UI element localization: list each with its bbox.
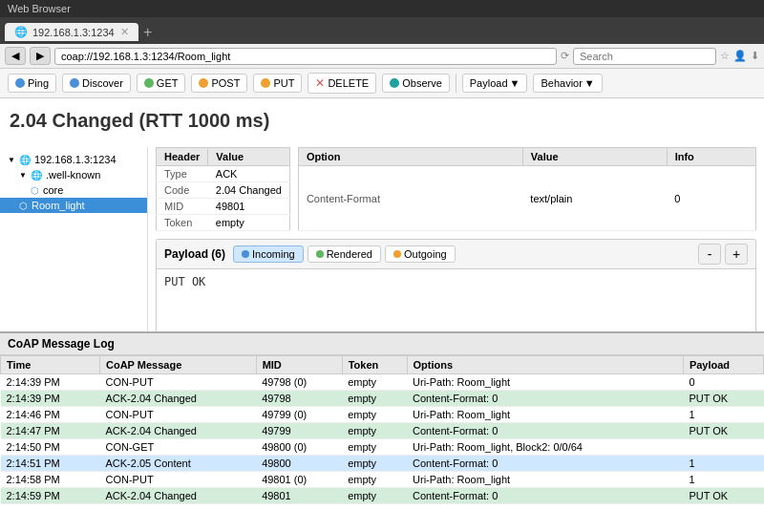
observe-icon <box>390 78 399 88</box>
put-icon <box>261 78 270 88</box>
page-header: 2.04 Changed (RTT 1000 ms) <box>0 98 764 147</box>
back-button[interactable]: ◀ <box>5 47 26 65</box>
sidebar-item-core[interactable]: ⬡ core <box>0 182 147 198</box>
log-col-payload: Payload <box>683 356 763 374</box>
payload-dropdown[interactable]: Payload ▼ <box>462 74 528 93</box>
discover-icon <box>70 78 79 88</box>
sidebar-item-room-light[interactable]: ⬡ Room_light <box>0 198 147 213</box>
tab-label: 192.168.1.3:1234 <box>32 27 115 38</box>
sidebar-item-server[interactable]: ▼ 🌐 192.168.1.3:1234 <box>0 152 147 167</box>
log-col-time: Time <box>1 356 100 374</box>
resource-icon: ⬡ <box>19 201 28 211</box>
options-col-value: Value <box>522 148 667 166</box>
payload-buttons: - + <box>698 244 748 265</box>
table-row: Content-Formattext/plain0 <box>298 166 755 231</box>
server-icon: 🌐 <box>19 155 31 165</box>
log-col-msg: CoAP Message <box>100 356 257 374</box>
get-button[interactable]: GET <box>137 74 186 93</box>
table-row: MID49801 <box>157 199 290 215</box>
page-title: 2.04 Changed (RTT 1000 ms) <box>10 106 754 136</box>
new-tab-button[interactable]: + <box>143 25 152 40</box>
sidebar-item-wellknown[interactable]: ▼ 🌐 .well-known <box>0 167 147 182</box>
ping-icon <box>15 78 25 88</box>
log-row[interactable]: 2:14:59 PMACK-2.04 Changed49801emptyCont… <box>1 488 764 504</box>
payload-section: Payload (6) Incoming Rendered <box>156 239 756 337</box>
options-col-info: Info <box>667 148 755 166</box>
address-bar: ◀ ▶ ⟳ ☆ 👤 ⬇ <box>0 44 764 69</box>
put-button[interactable]: PUT <box>253 74 302 93</box>
profile-icon[interactable]: 👤 <box>733 50 747 62</box>
table-row: Code2.04 Changed <box>157 182 290 199</box>
header-col-header: Header <box>157 148 208 166</box>
log-row[interactable]: 2:14:58 PMCON-PUT49801 (0)emptyUri-Path:… <box>1 472 764 488</box>
log-title: CoAP Message Log <box>0 333 764 355</box>
toolbar: Ping Discover GET POST PUT ✕ DELETE Obse… <box>0 69 764 98</box>
delete-button[interactable]: ✕ DELETE <box>308 73 376 94</box>
log-row[interactable]: 2:14:39 PMACK-2.04 Changed49798emptyCont… <box>1 391 764 407</box>
title-bar: Web Browser <box>0 0 764 17</box>
folder-icon: 🌐 <box>31 170 42 181</box>
delete-icon: ✕ <box>315 76 325 90</box>
log-col-options: Options <box>407 356 683 374</box>
payload-title: Payload (6) <box>164 247 225 261</box>
incoming-dot <box>242 250 249 258</box>
tab-close-button[interactable]: ✕ <box>120 26 129 38</box>
ping-button[interactable]: Ping <box>8 74 56 93</box>
rendered-dot <box>316 250 324 258</box>
outgoing-dot <box>393 250 401 258</box>
tables-row: Header Value TypeACKCode2.04 ChangedMID4… <box>156 147 756 231</box>
core-icon: ⬡ <box>31 185 39 196</box>
tab-rendered[interactable]: Rendered <box>308 245 381 263</box>
coap-log-section: CoAP Message Log Time CoAP Message MID T… <box>0 331 764 532</box>
tab-outgoing[interactable]: Outgoing <box>385 245 456 263</box>
discover-button[interactable]: Discover <box>62 74 131 93</box>
title-bar-text: Web Browser <box>8 3 71 14</box>
search-input[interactable] <box>573 48 716 65</box>
tree-expand-icon: ▼ <box>8 156 15 164</box>
header-col-value: Value <box>208 148 290 166</box>
log-row[interactable]: 2:14:46 PMCON-PUT49799 (0)emptyUri-Path:… <box>1 407 764 423</box>
behavior-dropdown-arrow: ▼ <box>584 77 595 89</box>
log-col-token: Token <box>342 356 407 374</box>
tab-incoming[interactable]: Incoming <box>233 245 304 263</box>
forward-button[interactable]: ▶ <box>30 47 51 65</box>
log-row[interactable]: 2:14:39 PMCON-PUT49798 (0)emptyUri-Path:… <box>1 374 764 391</box>
options-table: Option Value Info Content-Formattext/pla… <box>298 147 756 231</box>
payload-minus-button[interactable]: - <box>698 244 721 265</box>
tab-icon: 🌐 <box>14 26 28 38</box>
bookmark-icon[interactable]: ☆ <box>720 50 730 62</box>
log-row[interactable]: 2:14:51 PMACK-2.05 Content49800emptyCont… <box>1 456 764 472</box>
browser-window: Web Browser 🌐 192.168.1.3:1234 ✕ + ◀ ▶ ⟳… <box>0 0 764 532</box>
observe-button[interactable]: Observe <box>382 74 450 93</box>
log-row[interactable]: 2:14:50 PMCON-GET49800 (0)emptyUri-Path:… <box>1 439 764 456</box>
get-icon <box>144 78 154 88</box>
url-input[interactable] <box>54 48 557 65</box>
payload-header: Payload (6) Incoming Rendered <box>157 240 755 269</box>
download-icon[interactable]: ⬇ <box>751 50 759 62</box>
toolbar-separator <box>456 74 456 93</box>
browser-tab[interactable]: 🌐 192.168.1.3:1234 ✕ <box>5 23 138 41</box>
log-col-mid: MID <box>256 356 342 374</box>
log-row[interactable]: 2:14:47 PMACK-2.04 Changed49799emptyCont… <box>1 423 764 439</box>
tab-bar: 🌐 192.168.1.3:1234 ✕ + <box>0 17 764 44</box>
log-table: Time CoAP Message MID Token Options Payl… <box>0 355 764 504</box>
behavior-dropdown[interactable]: Behavior ▼ <box>533 74 602 93</box>
options-col-option: Option <box>298 148 522 166</box>
tree-expand-icon-2: ▼ <box>19 171 27 180</box>
payload-content: PUT OK <box>157 269 755 336</box>
payload-tabs: Incoming Rendered Outgoing <box>233 245 456 263</box>
table-row: TypeACK <box>157 166 290 182</box>
table-row: Tokenempty <box>157 215 290 231</box>
payload-plus-button[interactable]: + <box>725 244 748 265</box>
header-table: Header Value TypeACKCode2.04 ChangedMID4… <box>156 147 290 231</box>
refresh-icon[interactable]: ⟳ <box>561 50 569 62</box>
post-button[interactable]: POST <box>191 74 247 93</box>
payload-dropdown-arrow: ▼ <box>510 77 520 89</box>
post-icon <box>199 78 208 88</box>
